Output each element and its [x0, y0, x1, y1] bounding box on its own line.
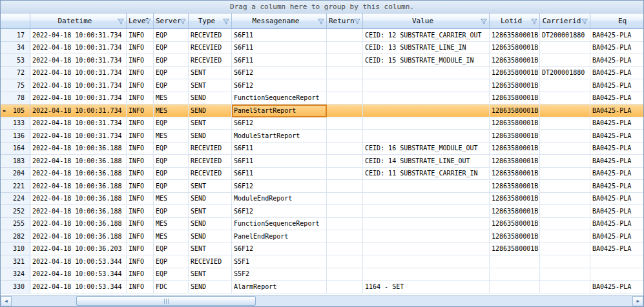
- cell-datetime[interactable]: 2022-04-18 10:00:36.188: [30, 218, 127, 231]
- cell-type[interactable]: SEND: [189, 218, 232, 231]
- cell-server[interactable]: MES: [154, 193, 189, 206]
- cell-level[interactable]: INFO: [127, 255, 154, 268]
- cell-type[interactable]: SENT: [189, 243, 232, 256]
- column-header-datetime[interactable]: Datetime: [30, 14, 127, 29]
- column-header-value[interactable]: Value: [363, 14, 490, 29]
- cell-datetime[interactable]: 2022-04-18 10:00:31.734: [30, 29, 127, 42]
- cell-server[interactable]: EQP: [154, 268, 189, 281]
- cell-eq[interactable]: BA0425-PLA: [590, 143, 643, 155]
- row-indicator-cell[interactable]: 252: [1, 205, 30, 218]
- cell-return[interactable]: [327, 117, 363, 130]
- scrollbar-thumb[interactable]: [76, 296, 256, 306]
- cell-lotid[interactable]: 12863580001B: [490, 54, 540, 67]
- cell-level[interactable]: INFO: [127, 155, 154, 168]
- cell-carrierid[interactable]: [540, 205, 590, 218]
- cell-type[interactable]: SENT: [189, 205, 232, 218]
- cell-eq[interactable]: BA0425-PLA: [590, 230, 643, 243]
- cell-level[interactable]: INFO: [127, 130, 154, 143]
- cell-lotid[interactable]: 12863580001B: [490, 193, 540, 206]
- table-row[interactable]: 1642022-04-18 10:00:36.188INFOEQPRECEVIE…: [1, 143, 643, 155]
- cell-lotid[interactable]: 12863580001B: [490, 180, 540, 193]
- table-row[interactable]: 3302022-04-18 10:00:53.344INFOFDCSENDAla…: [1, 281, 643, 293]
- cell-messagename[interactable]: S5F1: [232, 255, 327, 268]
- cell-return[interactable]: [327, 180, 363, 193]
- row-indicator-cell[interactable]: 53: [1, 54, 30, 67]
- cell-lotid[interactable]: 12863580001B: [490, 42, 540, 55]
- row-indicator-cell[interactable]: 133: [1, 117, 30, 130]
- cell-lotid[interactable]: 12863580001B: [490, 168, 540, 181]
- cell-server[interactable]: EQP: [154, 155, 189, 168]
- cell-messagename[interactable]: S6F12: [232, 79, 327, 92]
- cell-messagename[interactable]: AlarmReport: [232, 281, 327, 293]
- cell-return[interactable]: [327, 29, 363, 42]
- cell-return[interactable]: [327, 243, 363, 256]
- row-indicator-cell[interactable]: 183: [1, 155, 30, 168]
- cell-carrierid[interactable]: [540, 92, 590, 105]
- cell-return[interactable]: [327, 230, 363, 243]
- cell-server[interactable]: EQP: [154, 143, 189, 155]
- cell-messagename[interactable]: S6F12: [232, 67, 327, 80]
- table-row[interactable]: 172022-04-18 10:00:31.734INFOEQPRECEVIED…: [1, 29, 643, 42]
- cell-value[interactable]: [363, 180, 490, 193]
- cell-eq[interactable]: BA0425-PLA: [590, 168, 643, 181]
- cell-lotid[interactable]: 12863580001B: [490, 67, 540, 80]
- cell-type[interactable]: RECEVIED: [189, 29, 232, 42]
- cell-datetime[interactable]: 2022-04-18 10:00:31.734: [30, 67, 127, 80]
- cell-eq[interactable]: BA0425-PLA: [590, 130, 643, 143]
- row-indicator-header[interactable]: [1, 14, 30, 29]
- cell-level[interactable]: INFO: [127, 180, 154, 193]
- cell-datetime[interactable]: 2022-04-18 10:00:36.188: [30, 193, 127, 206]
- cell-messagename[interactable]: S6F12: [232, 205, 327, 218]
- cell-level[interactable]: INFO: [127, 205, 154, 218]
- scroll-right-button[interactable]: ▶: [632, 296, 643, 306]
- cell-carrierid[interactable]: DT200001880: [540, 67, 590, 80]
- row-indicator-cell[interactable]: ►105: [1, 104, 30, 117]
- cell-eq[interactable]: BA0425-PLA: [590, 243, 643, 256]
- cell-lotid[interactable]: 12863580001B: [490, 130, 540, 143]
- row-indicator-cell[interactable]: 164: [1, 143, 30, 155]
- cell-carrierid[interactable]: [540, 230, 590, 243]
- row-indicator-cell[interactable]: 330: [1, 281, 30, 293]
- cell-carrierid[interactable]: [540, 130, 590, 143]
- cell-return[interactable]: [327, 143, 363, 155]
- cell-server[interactable]: EQP: [154, 42, 189, 55]
- cell-level[interactable]: INFO: [127, 243, 154, 256]
- cell-eq[interactable]: BA0425-PLA: [590, 218, 643, 231]
- cell-messagename[interactable]: S6F11: [232, 42, 327, 55]
- cell-return[interactable]: [327, 268, 363, 281]
- cell-carrierid[interactable]: [540, 243, 590, 256]
- cell-carrierid[interactable]: [540, 104, 590, 117]
- cell-lotid[interactable]: 12863580001B: [490, 218, 540, 231]
- cell-type[interactable]: SEND: [189, 230, 232, 243]
- row-indicator-cell[interactable]: 75: [1, 79, 30, 92]
- cell-eq[interactable]: BA0425-PLA: [590, 104, 643, 117]
- cell-messagename[interactable]: S6F12: [232, 180, 327, 193]
- cell-eq[interactable]: BA0425-PLA: [590, 29, 643, 42]
- cell-eq[interactable]: BA0425-PLA: [590, 281, 643, 293]
- cell-value[interactable]: CEID: 16 SUBSTRATE_MODULE_OUT: [363, 143, 490, 155]
- table-row[interactable]: 532022-04-18 10:00:31.734INFOEQPRECEVIED…: [1, 54, 643, 67]
- cell-level[interactable]: INFO: [127, 104, 154, 117]
- cell-lotid[interactable]: 12863580001B: [490, 92, 540, 105]
- filter-icon[interactable]: [317, 17, 325, 25]
- cell-level[interactable]: INFO: [127, 268, 154, 281]
- cell-datetime[interactable]: 2022-04-18 10:00:31.734: [30, 42, 127, 55]
- row-indicator-cell[interactable]: 282: [1, 230, 30, 243]
- cell-eq[interactable]: BA0425-PLA: [590, 54, 643, 67]
- cell-server[interactable]: EQP: [154, 54, 189, 67]
- cell-messagename[interactable]: S5F2: [232, 268, 327, 281]
- cell-server[interactable]: MES: [154, 92, 189, 105]
- cell-datetime[interactable]: 2022-04-18 10:00:31.734: [30, 54, 127, 67]
- cell-eq[interactable]: BA0425-PLA: [590, 193, 643, 206]
- cell-value[interactable]: [363, 104, 490, 117]
- cell-lotid[interactable]: 12863580001B: [490, 155, 540, 168]
- cell-value[interactable]: [363, 79, 490, 92]
- column-header-lotid[interactable]: Lotid: [490, 14, 540, 29]
- row-indicator-cell[interactable]: 324: [1, 268, 30, 281]
- cell-return[interactable]: [327, 92, 363, 105]
- cell-level[interactable]: INFO: [127, 218, 154, 231]
- cell-lotid[interactable]: [490, 281, 540, 293]
- cell-lotid[interactable]: 12863580001B: [490, 205, 540, 218]
- group-by-panel[interactable]: Drag a column here to group by this colu…: [1, 1, 643, 14]
- column-header-server[interactable]: Server: [154, 14, 189, 29]
